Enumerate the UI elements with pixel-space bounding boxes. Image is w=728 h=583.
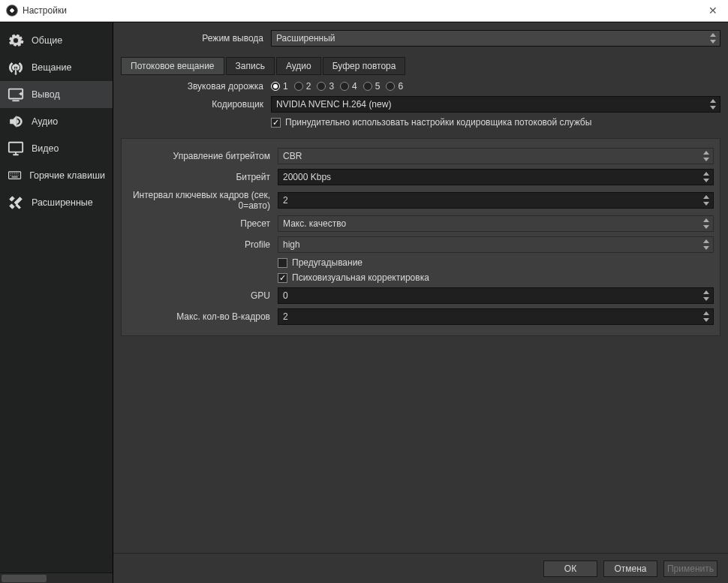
sidebar-item-stream[interactable]: Вещание xyxy=(0,54,113,81)
tab-recording[interactable]: Запись xyxy=(226,57,275,75)
output-icon xyxy=(8,86,24,103)
encoder-settings-panel: Управление битрейтом CBR Битрейт 20000 K… xyxy=(121,138,720,336)
tools-icon xyxy=(8,194,24,211)
titlebar: Настройки ✕ xyxy=(0,0,728,22)
bframes-label: Макс. кол-во B-кадров xyxy=(128,311,278,322)
tab-streaming[interactable]: Потоковое вещание xyxy=(121,57,224,75)
encoder-value: NVIDIA NVENC H.264 (new) xyxy=(276,99,391,110)
app-icon xyxy=(6,5,18,17)
psycho-checkbox[interactable]: Психовизуальная корректировка xyxy=(278,272,429,283)
keyint-label: Интервал ключевых кадров (сек, 0=авто) xyxy=(128,190,278,211)
psycho-label: Психовизуальная корректировка xyxy=(292,272,429,283)
audio-track-5[interactable]: 5 xyxy=(363,81,381,92)
preset-label: Пресет xyxy=(128,218,278,229)
audio-track-4[interactable]: 4 xyxy=(340,81,357,92)
keyboard-icon xyxy=(8,167,22,184)
encoder-label: Кодировщик xyxy=(121,99,271,110)
close-icon[interactable]: ✕ xyxy=(704,5,722,17)
sidebar: Общие Вещание Вывод Аудио xyxy=(0,23,113,583)
audio-track-3[interactable]: 3 xyxy=(317,81,334,92)
gpu-input[interactable]: 0 xyxy=(278,287,714,304)
main-content: Режим вывода Расширенный Потоковое вещан… xyxy=(113,23,728,583)
output-mode-label: Режим вывода xyxy=(121,33,271,44)
sidebar-item-output[interactable]: Вывод xyxy=(0,81,113,108)
gear-icon xyxy=(8,32,24,49)
bframes-input[interactable]: 2 xyxy=(278,308,714,325)
preset-select[interactable]: Макс. качество xyxy=(278,215,714,232)
sidebar-item-advanced[interactable]: Расширенные xyxy=(0,189,113,216)
svg-rect-1 xyxy=(9,143,23,152)
sidebar-item-label: Расширенные xyxy=(32,197,93,208)
sidebar-scrollbar[interactable] xyxy=(0,572,113,583)
encoder-select[interactable]: NVIDIA NVENC H.264 (new) xyxy=(271,96,720,113)
ok-button[interactable]: ОК xyxy=(543,560,597,577)
monitor-icon xyxy=(8,140,24,157)
sidebar-item-label: Горячие клавиши xyxy=(29,170,105,181)
sidebar-item-video[interactable]: Видео xyxy=(0,135,113,162)
window-title: Настройки xyxy=(23,5,67,16)
audio-track-2[interactable]: 2 xyxy=(294,81,311,92)
rate-control-select[interactable]: CBR xyxy=(278,148,714,164)
cancel-button[interactable]: Отмена xyxy=(603,560,657,577)
sidebar-item-label: Вывод xyxy=(32,89,60,100)
gpu-label: GPU xyxy=(128,290,278,301)
profile-select[interactable]: high xyxy=(278,236,714,253)
bitrate-input[interactable]: 20000 Kbps xyxy=(278,169,714,185)
audio-track-1[interactable]: 1 xyxy=(271,81,288,92)
keyint-input[interactable]: 2 xyxy=(278,192,714,209)
tab-replay-buffer[interactable]: Буфер повтора xyxy=(323,57,406,75)
sidebar-item-general[interactable]: Общие xyxy=(0,27,113,54)
bitrate-label: Битрейт xyxy=(128,172,278,182)
output-mode-value: Расширенный xyxy=(276,33,335,44)
apply-button[interactable]: Применить xyxy=(663,560,717,577)
sidebar-item-label: Видео xyxy=(32,143,59,154)
dialog-buttons: ОК Отмена Применить xyxy=(113,553,728,583)
speaker-icon xyxy=(8,113,24,130)
sidebar-item-label: Вещание xyxy=(32,62,71,73)
enforce-checkbox[interactable]: Принудительно использовать настройки код… xyxy=(271,117,591,128)
sidebar-item-label: Аудио xyxy=(32,116,58,127)
sidebar-item-label: Общие xyxy=(32,35,62,46)
output-tabs: Потоковое вещание Запись Аудио Буфер пов… xyxy=(121,57,720,75)
profile-label: Profile xyxy=(128,239,278,250)
audio-track-radios: 1 2 3 4 5 6 xyxy=(271,81,720,92)
sidebar-item-hotkeys[interactable]: Горячие клавиши xyxy=(0,162,113,189)
audio-track-6[interactable]: 6 xyxy=(386,81,403,92)
antenna-icon xyxy=(8,59,24,76)
enforce-label: Принудительно использовать настройки код… xyxy=(285,117,591,128)
rate-control-label: Управление битрейтом xyxy=(128,151,278,161)
output-mode-select[interactable]: Расширенный xyxy=(271,30,720,47)
audio-track-label: Звуковая дорожка xyxy=(121,81,271,92)
lookahead-checkbox[interactable]: Предугадывание xyxy=(278,257,362,268)
lookahead-label: Предугадывание xyxy=(292,257,362,268)
tab-audio[interactable]: Аудио xyxy=(276,57,321,75)
sidebar-item-audio[interactable]: Аудио xyxy=(0,108,113,135)
